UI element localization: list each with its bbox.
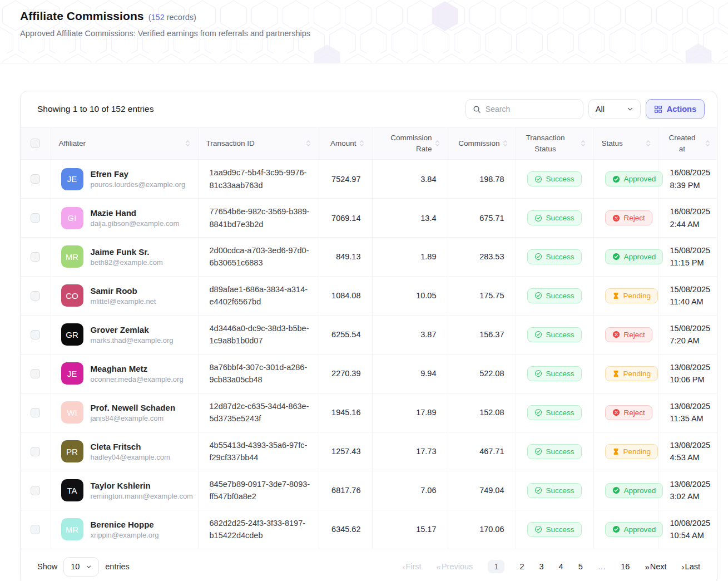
affiliate-cell: JEMeaghan Metzoconner.meda@example.org bbox=[59, 362, 190, 385]
column-header-amount[interactable]: Amount bbox=[319, 127, 372, 160]
row-checkbox[interactable] bbox=[31, 213, 40, 223]
chevron-left-icon: ‹ bbox=[402, 562, 405, 572]
amount: 6345.62 bbox=[319, 510, 372, 548]
status-cell: Approved bbox=[593, 510, 658, 548]
x-circle-icon bbox=[612, 331, 620, 338]
affiliate-name: Meaghan Metz bbox=[91, 364, 184, 373]
commission-rate: 3.84 bbox=[372, 160, 448, 199]
table-row: JEMeaghan Metzoconner.meda@example.org8a… bbox=[21, 354, 717, 393]
row-checkbox[interactable] bbox=[31, 408, 40, 417]
column-header-created-at[interactable]: Created at bbox=[658, 127, 717, 160]
pagination-page-1[interactable]: 1 bbox=[488, 560, 504, 573]
column-header-commission[interactable]: Commission bbox=[448, 127, 516, 160]
transaction-id: 682d2d25-24f3-3f33-8197-b15422d4cdeb bbox=[198, 510, 319, 548]
avatar: CO bbox=[61, 284, 83, 307]
commission: 467.71 bbox=[448, 432, 516, 471]
pagination-previous[interactable]: «Previous bbox=[437, 562, 473, 572]
column-header-transaction-id[interactable]: Transaction ID bbox=[198, 127, 319, 160]
created-time: 10:06 PM bbox=[670, 373, 711, 386]
sort-icon bbox=[705, 139, 710, 147]
transaction-status-badge-label: Success bbox=[546, 175, 575, 183]
sort-icon bbox=[646, 139, 651, 147]
commission: 198.78 bbox=[448, 160, 516, 199]
transaction-id: 2d00cdca-a703-3ed6-97d0-6b30651c6883 bbox=[198, 238, 319, 277]
affiliate-cell: GRGrover Zemlakmarks.thad@example.org bbox=[59, 323, 190, 346]
commission-rate: 3.87 bbox=[372, 315, 448, 354]
affiliate-cell: TATaylor Kshlerinremington.mann@example.… bbox=[59, 479, 190, 501]
row-checkbox[interactable] bbox=[31, 252, 40, 262]
transaction-id: d89afae1-686a-3834-a314-e4402f6567bd bbox=[198, 276, 319, 315]
transaction-status-cell: Success bbox=[516, 160, 593, 199]
select-all-checkbox[interactable] bbox=[31, 139, 40, 148]
affiliate-name: Taylor Kshlerin bbox=[91, 481, 190, 490]
show-label: Show bbox=[37, 562, 57, 571]
row-checkbox[interactable] bbox=[31, 330, 40, 339]
filter-select[interactable]: All bbox=[588, 99, 641, 119]
created-at: 10/08/202510:54 AM bbox=[658, 510, 717, 548]
sort-icon bbox=[503, 139, 508, 147]
commission-rate: 10.05 bbox=[372, 276, 448, 315]
records-count-label: (152 records) bbox=[148, 13, 196, 22]
created-time: 3:02 AM bbox=[670, 490, 711, 503]
search-box[interactable] bbox=[465, 99, 583, 119]
table-body: JEEfren Faypouros.lourdes@example.org1aa… bbox=[21, 160, 717, 549]
affiliate-email: oconner.meda@example.org bbox=[91, 375, 184, 383]
transaction-status-badge-label: Success bbox=[546, 214, 575, 222]
avatar: TA bbox=[61, 479, 83, 501]
row-checkbox[interactable] bbox=[31, 486, 40, 495]
search-input[interactable] bbox=[486, 105, 576, 114]
status-badge: Pending bbox=[605, 366, 658, 381]
pagination-last[interactable]: ›Last bbox=[682, 562, 700, 572]
column-header-transaction-status[interactable]: Transaction Status bbox=[516, 127, 593, 160]
affiliate-cell: JEEfren Faypouros.lourdes@example.org bbox=[59, 168, 190, 190]
column-header-affiliater[interactable]: Affiliater bbox=[51, 127, 198, 160]
row-checkbox[interactable] bbox=[31, 447, 40, 456]
pagination-page-3[interactable]: 3 bbox=[539, 562, 544, 571]
avatar: GR bbox=[61, 323, 83, 346]
pagination-page-16[interactable]: 16 bbox=[621, 562, 630, 571]
actions-button[interactable]: Actions bbox=[646, 99, 705, 119]
status-badge: Approved bbox=[605, 249, 663, 264]
row-checkbox[interactable] bbox=[31, 291, 40, 301]
check-circle-icon bbox=[534, 486, 542, 494]
commission-rate: 13.4 bbox=[372, 199, 448, 238]
commission: 522.08 bbox=[448, 354, 516, 393]
row-checkbox[interactable] bbox=[31, 174, 40, 184]
column-header-status[interactable]: Status bbox=[593, 127, 658, 160]
transaction-status-badge: Success bbox=[527, 522, 582, 537]
page-size-select[interactable]: 10 bbox=[63, 557, 99, 577]
created-date: 15/08/2025 bbox=[670, 322, 711, 334]
created-date: 13/08/2025 bbox=[670, 478, 711, 490]
table-row: MRBerenice Hoppexrippin@example.org682d2… bbox=[21, 510, 717, 548]
table-footer: Show 10 entries ‹First «Previous 12345…1… bbox=[21, 549, 717, 581]
pagination-page-4[interactable]: 4 bbox=[559, 562, 563, 571]
entries-summary: Showing 1 to 10 of 152 entries bbox=[37, 104, 153, 114]
transaction-status-badge-label: Success bbox=[546, 253, 575, 261]
chevron-right-icon: › bbox=[682, 562, 685, 572]
table-row: WIProf. Newell Schadenjanis84@example.co… bbox=[21, 393, 717, 432]
status-badge-label: Reject bbox=[624, 408, 645, 417]
status-cell: Reject bbox=[593, 315, 658, 354]
row-checkbox[interactable] bbox=[31, 369, 40, 378]
created-date: 16/08/2025 bbox=[670, 205, 711, 218]
commission-rate: 17.73 bbox=[372, 432, 448, 471]
pagination-page-5[interactable]: 5 bbox=[578, 562, 583, 571]
created-date: 10/08/2025 bbox=[670, 517, 711, 529]
transaction-id: 77654b6e-982c-3569-b389-8841bd7e3b2d bbox=[198, 199, 319, 238]
pagination-next[interactable]: »Next bbox=[645, 562, 666, 572]
affiliate-cell: GIMazie Handdaija.gibson@example.com bbox=[59, 207, 190, 229]
row-checkbox[interactable] bbox=[31, 525, 40, 534]
status-badge: Approved bbox=[605, 483, 663, 498]
amount: 2270.39 bbox=[319, 354, 372, 393]
pagination-page-2[interactable]: 2 bbox=[519, 562, 524, 571]
affiliate-email: mlittel@example.net bbox=[91, 297, 156, 306]
amount: 1084.08 bbox=[319, 276, 372, 315]
affiliate-email: daija.gibson@example.com bbox=[91, 219, 180, 228]
column-header-commission-rate[interactable]: Commission Rate bbox=[372, 127, 448, 160]
status-badge-label: Approved bbox=[624, 525, 656, 534]
status-badge-label: Pending bbox=[623, 370, 651, 378]
chevron-down-icon bbox=[86, 564, 92, 570]
pagination-first[interactable]: ‹First bbox=[402, 562, 421, 572]
status-badge-label: Reject bbox=[624, 214, 645, 222]
check-circle-icon bbox=[612, 253, 620, 260]
